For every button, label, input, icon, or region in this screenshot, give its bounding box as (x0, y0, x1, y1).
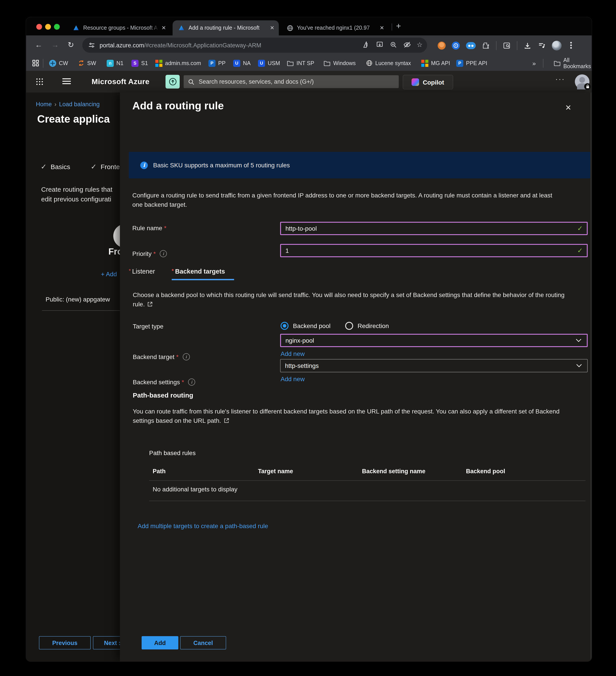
add-multiple-targets-link[interactable]: Add multiple targets to create a path-ba… (138, 522, 268, 529)
bookmark-star-icon[interactable]: ☆ (417, 41, 423, 49)
media-playlist-icon[interactable] (538, 42, 546, 50)
add-button[interactable]: Add (142, 636, 178, 650)
browser-toolbar: ← → ↻ portal.azure.com/#create/Microsoft… (26, 36, 592, 55)
search-icon (188, 78, 194, 85)
chevron-down-icon (576, 339, 581, 342)
target-type-redirection-radio[interactable]: Redirection (345, 322, 389, 330)
all-bookmarks[interactable]: All Bookmarks (554, 55, 592, 71)
address-bar[interactable]: portal.azure.com/#create/Microsoft.Appli… (82, 38, 427, 53)
column-header-path: Path (153, 468, 166, 474)
reload-icon[interactable]: ↻ (68, 40, 74, 50)
tab-close-icon[interactable]: ✕ (380, 25, 384, 31)
breadcrumb-load-balancing-link[interactable]: Load balancing (59, 101, 100, 108)
azure-search-input[interactable] (198, 78, 399, 86)
rule-name-field: ✓ (280, 222, 588, 235)
radio-selected-icon (281, 322, 289, 330)
backend-target-dropdown[interactable]: nginx-pool (280, 334, 588, 347)
tab-close-icon[interactable]: ✕ (162, 25, 166, 31)
reading-mode-icon[interactable] (362, 41, 370, 49)
add-frontend-link[interactable]: + Add (101, 271, 117, 278)
launcher-button[interactable] (166, 75, 180, 89)
info-icon[interactable]: i (183, 353, 190, 360)
azure-top-bar: Microsoft Azure Copilot ··· (26, 71, 592, 93)
zoom-icon[interactable] (389, 41, 397, 49)
target-type-backend-pool-radio[interactable]: Backend pool (281, 322, 330, 330)
close-icon[interactable]: ✕ (565, 103, 571, 112)
wizard-step-basics[interactable]: ✓ Basics (41, 163, 70, 171)
tab-backend-targets[interactable]: *Backend targets (172, 268, 225, 275)
profile-avatar[interactable] (552, 41, 562, 51)
bookmark-admin-ms[interactable]: admin.ms.com (155, 55, 201, 71)
tab-nginx[interactable]: You've reached nginx1 (20.97 ✕ (281, 20, 388, 36)
install-app-icon[interactable] (375, 41, 383, 49)
backend-settings-dropdown[interactable]: http-settings (280, 359, 588, 372)
bookmark-sw[interactable]: SW (78, 55, 96, 71)
download-icon[interactable] (523, 42, 532, 50)
bookmark-int-sp[interactable]: INT SP (287, 55, 314, 71)
back-icon[interactable]: ← (35, 40, 43, 50)
mask-extension-icon[interactable] (466, 42, 476, 49)
cancel-button[interactable]: Cancel (180, 636, 226, 650)
bookmark-cw[interactable]: CW (49, 55, 68, 71)
wizard-step-frontends[interactable]: ✓ Fronte (91, 163, 120, 171)
rule-name-input[interactable] (281, 225, 577, 232)
azure-search-box[interactable] (184, 75, 399, 88)
privacy-badger-extension-icon[interactable] (438, 42, 446, 50)
bookmark-ppe-api[interactable]: P PPE API (456, 55, 487, 71)
bookmark-n1[interactable]: n N1 (107, 55, 123, 71)
bookmark-na[interactable]: U NA (233, 55, 251, 71)
apps-grid-icon[interactable] (32, 55, 39, 71)
next-button[interactable]: Next : (93, 636, 120, 650)
traffic-light-zoom[interactable] (54, 24, 60, 30)
priority-label: Priority* i (132, 250, 167, 257)
column-header-target-name: Target name (258, 468, 293, 474)
forward-icon[interactable]: → (51, 40, 59, 50)
sw-favicon (78, 60, 84, 66)
path-rules-table-title: Path based rules (149, 449, 196, 456)
step-check-icon: ✓ (91, 163, 97, 171)
chevron-down-icon (576, 364, 582, 368)
azure-product-name[interactable]: Microsoft Azure (91, 77, 149, 86)
breadcrumb-home-link[interactable]: Home (36, 101, 52, 108)
bookmark-usm[interactable]: U USM (258, 55, 280, 71)
browser-window: Resource groups - Microsoft A ✕ Add a ro… (26, 17, 592, 661)
priority-input[interactable] (281, 247, 577, 254)
new-tab-button[interactable]: + (396, 22, 401, 30)
account-avatar[interactable] (575, 74, 590, 89)
info-icon[interactable]: i (188, 379, 195, 386)
bookmark-mg-api[interactable]: MG API (421, 55, 450, 71)
info-icon[interactable]: i (160, 250, 167, 257)
site-settings-icon[interactable] (88, 42, 95, 49)
tab-resource-groups[interactable]: Resource groups - Microsoft A ✕ (67, 20, 170, 36)
previous-button[interactable]: Previous (39, 636, 91, 650)
external-link-icon[interactable] (224, 418, 229, 423)
backend-target-add-new-link[interactable]: Add new (281, 350, 305, 357)
traffic-light-minimize[interactable] (45, 24, 51, 30)
tab-listener[interactable]: *Listener (129, 268, 155, 275)
hamburger-menu-icon[interactable] (62, 78, 71, 84)
eye-off-icon[interactable] (403, 41, 411, 49)
choose-backend-text: Choose a backend pool to which this rout… (133, 290, 572, 309)
header-more-icon[interactable]: ··· (555, 75, 565, 83)
info-banner-icon: i (140, 161, 148, 169)
tab-close-icon[interactable]: ✕ (270, 25, 274, 31)
path-based-routing-heading: Path-based routing (133, 391, 193, 399)
backend-settings-add-new-link[interactable]: Add new (281, 376, 305, 383)
waffle-menu-icon[interactable] (36, 78, 43, 86)
url-text: portal.azure.com/#create/Microsoft.Appli… (100, 42, 261, 49)
column-header-backend-pool: Backend pool (466, 468, 505, 474)
search-panel-icon[interactable] (503, 42, 511, 50)
onepassword-extension-icon[interactable] (452, 42, 460, 50)
bookmark-lucene[interactable]: Lucene syntax (366, 55, 411, 71)
browser-menu-icon[interactable]: ••• (568, 42, 575, 49)
traffic-light-close[interactable] (36, 24, 42, 30)
bookmark-windows[interactable]: Windows (323, 55, 356, 71)
bookmark-s1[interactable]: S S1 (131, 55, 148, 71)
extensions-puzzle-icon[interactable] (482, 42, 490, 50)
bookmarks-overflow-chevron[interactable]: » (532, 55, 536, 71)
scrollbar-track[interactable] (590, 93, 592, 661)
copilot-button[interactable]: Copilot (403, 75, 453, 90)
bookmark-pp[interactable]: P PP (208, 55, 226, 71)
tab-add-routing-rule[interactable]: Add a routing rule - Microsoft ✕ (173, 20, 279, 36)
external-link-icon[interactable] (147, 301, 153, 307)
